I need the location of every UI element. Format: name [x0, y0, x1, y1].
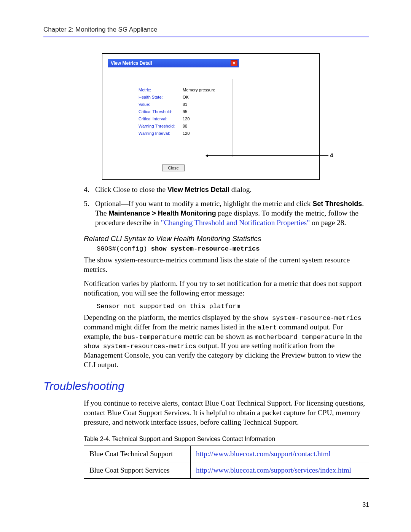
chapter-header: Chapter 2: Monitoring the SG Appliance — [43, 26, 369, 37]
text: Click Close to close the — [95, 185, 167, 193]
text: dialog. — [229, 185, 252, 193]
step-5: 5. Optional—If you want to modify a metr… — [84, 199, 369, 228]
table-row: Blue Coat Support Services http://www.bl… — [84, 462, 369, 479]
cli-command: show system-resource-metrics — [151, 245, 260, 252]
metric-label: Value: — [139, 102, 183, 107]
support-link[interactable]: http://www.bluecoat.com/support/services… — [196, 466, 351, 474]
error-message: Sensor not supported on this platform — [97, 303, 369, 310]
text: on page 28. — [310, 219, 346, 227]
metric-label: Critical Threshold: — [139, 109, 183, 114]
metric-label: Critical Interval: — [139, 117, 183, 121]
text: Optional—If you want to modify a metric,… — [95, 200, 312, 208]
metric-value: OK — [183, 95, 189, 99]
metric-row: Warning Threshold:90 — [139, 124, 229, 128]
metric-label: Metric: — [139, 88, 183, 92]
table-caption: Table 2-4. Technical Support and Support… — [84, 436, 369, 443]
text-bold: Maintenance > Health Monitoring — [108, 209, 216, 217]
paragraph: Depending on the platform, the metrics d… — [84, 313, 369, 370]
metric-row: Warning Interval:120 — [139, 131, 229, 136]
callout-number: 4 — [330, 152, 333, 158]
metric-label: Warning Interval: — [139, 131, 183, 136]
text: Depending on the platform, the metrics d… — [84, 313, 253, 321]
metric-value: 90 — [183, 124, 187, 128]
metric-row: Health State:OK — [139, 95, 229, 99]
figure-screenshot: View Metrics Detail × Metric:Memory pres… — [102, 53, 320, 180]
metrics-panel: Metric:Memory pressure Health State:OK V… — [114, 79, 233, 157]
paragraph: The show system-resource-metrics command… — [84, 256, 369, 275]
text-bold: View Metrics Detail — [167, 186, 229, 193]
metric-row: Metric:Memory pressure — [139, 88, 229, 92]
metric-row: Critical Interval:120 — [139, 117, 229, 121]
cross-reference-link[interactable]: "Changing Threshold and Notification Pro… — [161, 219, 310, 227]
dialog-titlebar: View Metrics Detail × — [108, 59, 239, 67]
step-number: 5. — [84, 199, 95, 228]
metric-row: Value:81 — [139, 102, 229, 107]
page-number: 31 — [362, 502, 369, 508]
code-inline: show system-resources-metrics — [84, 343, 196, 350]
text-bold: Set Thresholds — [312, 200, 362, 208]
support-table: Blue Coat Technical Support http://www.b… — [84, 446, 369, 479]
cli-prompt: SGOS#(config) — [97, 245, 151, 252]
close-button[interactable]: Close — [162, 165, 184, 171]
code-inline: bus-temperature — [124, 334, 182, 341]
text: in the — [344, 332, 363, 340]
step-4: 4. Click Close to close the View Metrics… — [84, 185, 369, 195]
table-row: Blue Coat Technical Support http://www.b… — [84, 446, 369, 462]
section-heading-troubleshooting: Troubleshooting — [43, 380, 369, 393]
metric-label: Health State: — [139, 95, 183, 99]
metric-value: 120 — [183, 131, 190, 136]
callout-arrow — [208, 155, 328, 156]
metric-value: Memory pressure — [183, 88, 215, 92]
metric-value: 120 — [183, 117, 190, 121]
text: command might differ from the metric nam… — [84, 323, 258, 331]
text: metric can be shown as — [182, 332, 255, 340]
metrics-dialog: View Metrics Detail × Metric:Memory pres… — [108, 59, 239, 171]
metric-row: Critical Threshold:95 — [139, 109, 229, 114]
metric-value: 81 — [183, 102, 187, 107]
cli-line: SGOS#(config) show system-resource-metri… — [97, 245, 369, 252]
code-inline: alert — [258, 324, 277, 331]
support-link[interactable]: http://www.bluecoat.com/support/contact.… — [196, 450, 331, 458]
code-inline: show system-resource-metrics — [253, 315, 362, 322]
support-label: Blue Coat Technical Support — [84, 446, 191, 462]
metric-value: 95 — [183, 109, 187, 114]
paragraph: Notification varies by platform. If you … — [84, 279, 369, 298]
code-inline: motherboard temperature — [255, 334, 344, 341]
support-label: Blue Coat Support Services — [84, 462, 191, 479]
subheading: Related CLI Syntax to View Health Monito… — [84, 235, 369, 243]
metric-label: Warning Threshold: — [139, 124, 183, 128]
dialog-title: View Metrics Detail — [111, 61, 231, 66]
step-number: 4. — [84, 185, 95, 195]
paragraph: If you continue to receive alerts, conta… — [84, 399, 369, 427]
close-icon[interactable]: × — [231, 60, 237, 66]
